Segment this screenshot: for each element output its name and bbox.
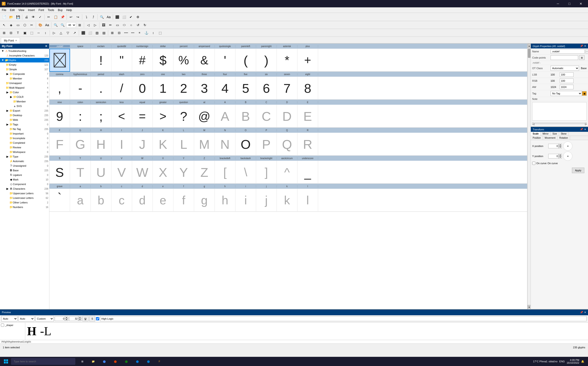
glyph-j[interactable]: j bbox=[256, 189, 277, 212]
props-note-textarea[interactable] bbox=[532, 102, 587, 121]
glyph-colon[interactable]: : bbox=[70, 105, 91, 128]
props-pin-icon[interactable]: 📌 bbox=[580, 45, 583, 47]
glyph-one[interactable]: 1 bbox=[153, 77, 173, 100]
taskbar-vscode[interactable]: ⬤ bbox=[143, 357, 153, 366]
glyph-l[interactable]: l bbox=[298, 189, 318, 212]
transform-btn[interactable]: ⬡ bbox=[22, 22, 28, 28]
reverse-btn[interactable]: ↺ bbox=[135, 22, 141, 28]
glyph-N[interactable]: N bbox=[215, 133, 236, 156]
menu-help[interactable]: Help bbox=[65, 7, 74, 13]
glyph-B[interactable]: B bbox=[236, 105, 256, 128]
transform-tab-size[interactable]: Size bbox=[550, 132, 559, 136]
arrow-r[interactable]: ▷ bbox=[92, 22, 98, 28]
glyph-grave[interactable]: ` bbox=[49, 189, 70, 212]
glyph-P[interactable]: P bbox=[256, 133, 277, 156]
preview-text-input[interactable] bbox=[100, 316, 587, 321]
glyph-T[interactable]: T bbox=[70, 161, 91, 184]
glyph-U[interactable]: U bbox=[91, 161, 111, 184]
preview-close-icon[interactable]: ✕ bbox=[584, 311, 586, 314]
props-lsb-input[interactable] bbox=[560, 72, 573, 77]
t11[interactable]: ↗ bbox=[71, 30, 78, 36]
check-btn[interactable]: ✔ bbox=[128, 14, 134, 20]
arrow-l[interactable]: ◁ bbox=[85, 22, 92, 28]
taskbar-task-view[interactable]: ⊞ bbox=[77, 357, 87, 366]
tree-automatic[interactable]: ⚡ Automatic 235 bbox=[0, 159, 49, 163]
tree-review[interactable]: 📁 Review 0 bbox=[0, 145, 49, 150]
tree-simple[interactable]: 📁 Simple 107 bbox=[0, 67, 49, 72]
taskbar-chrome[interactable]: ⬤ bbox=[99, 357, 109, 366]
glyph-bracketright[interactable]: ] bbox=[256, 161, 277, 184]
t4[interactable]: ▣ bbox=[22, 30, 28, 36]
menu-view[interactable]: View bbox=[16, 7, 26, 13]
preview-shaper-checkbox[interactable] bbox=[1, 324, 4, 327]
glyph-d[interactable]: d bbox=[132, 189, 153, 212]
glyph-six[interactable]: 6 bbox=[256, 77, 277, 100]
print-button[interactable]: 🖨 bbox=[23, 14, 30, 20]
transform-xpos-input[interactable] bbox=[548, 144, 559, 148]
open-button[interactable]: 📂 bbox=[8, 14, 14, 20]
g1[interactable]: ▪▪▪▪▪▪ bbox=[123, 30, 129, 36]
tree-troubleshooting[interactable]: ▼ ⚠ Troubleshooting bbox=[0, 49, 49, 53]
tab-myfont[interactable]: My Font ✕ bbox=[1, 38, 20, 44]
rect-btn[interactable]: ▭ bbox=[114, 22, 121, 28]
tab-close-icon[interactable]: ✕ bbox=[15, 39, 17, 42]
t12[interactable]: ⬛ bbox=[80, 30, 86, 36]
spin-xpos-up[interactable]: ▲ bbox=[559, 144, 562, 146]
glyph-numbersign[interactable]: # bbox=[132, 49, 153, 72]
glyph-e[interactable]: e bbox=[153, 189, 173, 212]
menu-buy[interactable]: Buy bbox=[56, 7, 65, 13]
glyph-b[interactable]: b bbox=[91, 189, 111, 212]
transform-ypos-dial[interactable]: ⊕ bbox=[563, 152, 572, 161]
spin2-down[interactable]: ▼ bbox=[78, 319, 82, 321]
t13[interactable]: ⬜ bbox=[87, 30, 93, 36]
t20[interactable]: ⬚ bbox=[157, 30, 163, 36]
glyph-Z[interactable]: Z bbox=[194, 161, 215, 184]
t9[interactable]: △ bbox=[58, 30, 64, 36]
glyph-G[interactable]: G bbox=[70, 133, 91, 156]
scroll-down-btn[interactable]: ▼ bbox=[527, 305, 531, 310]
glyph-notdef[interactable] bbox=[49, 49, 70, 72]
transform-ypos-input[interactable] bbox=[548, 154, 559, 159]
t14[interactable]: ▧ bbox=[94, 30, 100, 36]
start-button[interactable] bbox=[1, 357, 11, 366]
fit-btn[interactable]: ⊞ bbox=[76, 22, 83, 28]
tree-notag[interactable]: 📁 No Tag 235 bbox=[0, 127, 49, 131]
preview-dropdown2[interactable]: Auto bbox=[18, 316, 34, 321]
transform-xpos-dial[interactable]: ⊕ bbox=[563, 141, 572, 151]
transform-apply-btn[interactable]: Apply bbox=[572, 168, 584, 173]
pencil-btn[interactable]: ✏ bbox=[107, 22, 114, 28]
scroll-thumb[interactable] bbox=[528, 49, 531, 58]
props-scroll-left[interactable]: ◁ bbox=[532, 122, 534, 124]
glyph-at[interactable]: @ bbox=[194, 105, 215, 128]
glyph-eight[interactable]: 8 bbox=[298, 77, 318, 100]
node-btn[interactable]: ◈ bbox=[8, 22, 14, 28]
zoom-combo[interactable]: 48 32 64 bbox=[66, 22, 76, 28]
t19[interactable]: ↕ bbox=[150, 30, 156, 36]
props-hscroll[interactable] bbox=[535, 122, 584, 124]
taskbar-explorer[interactable]: 📁 bbox=[88, 357, 98, 366]
maximize-button[interactable]: □ bbox=[564, 0, 575, 7]
image-btn[interactable]: 🖼 bbox=[100, 22, 107, 28]
transform-tab-mirror[interactable]: Mirror bbox=[541, 132, 550, 136]
glyph-comma[interactable]: , bbox=[49, 77, 70, 100]
glyph-five[interactable]: 5 bbox=[236, 77, 256, 100]
minimize-button[interactable]: ─ bbox=[553, 0, 563, 7]
taskbar-fontcreator[interactable]: F bbox=[154, 357, 164, 366]
preview-btn[interactable]: 👁 bbox=[30, 14, 37, 20]
glyph-hyphen[interactable]: - bbox=[70, 77, 91, 100]
find-btn[interactable]: 🔍 bbox=[99, 14, 105, 20]
menu-insert[interactable]: Insert bbox=[26, 7, 37, 13]
tree-member[interactable]: 📁 Member 8 bbox=[0, 76, 49, 81]
preview-S-btn[interactable]: S bbox=[89, 316, 95, 321]
contour-btn[interactable]: ▭ bbox=[15, 22, 21, 28]
import-btn[interactable]: ⤵ bbox=[83, 14, 90, 20]
preview-checkbox[interactable] bbox=[96, 317, 99, 320]
t18[interactable]: ⚓ bbox=[143, 30, 150, 36]
preview-dropdown1[interactable]: Auto bbox=[1, 316, 17, 321]
taskbar-office[interactable]: ⬤ bbox=[110, 357, 120, 366]
props-aw-input[interactable] bbox=[560, 85, 573, 89]
tree-svg[interactable]: ▲ SVG 0 bbox=[0, 104, 49, 108]
props-name-btn[interactable]: ⋯ bbox=[586, 49, 588, 54]
glyph-space[interactable] bbox=[70, 49, 91, 72]
glyph-O[interactable]: O bbox=[236, 133, 256, 156]
